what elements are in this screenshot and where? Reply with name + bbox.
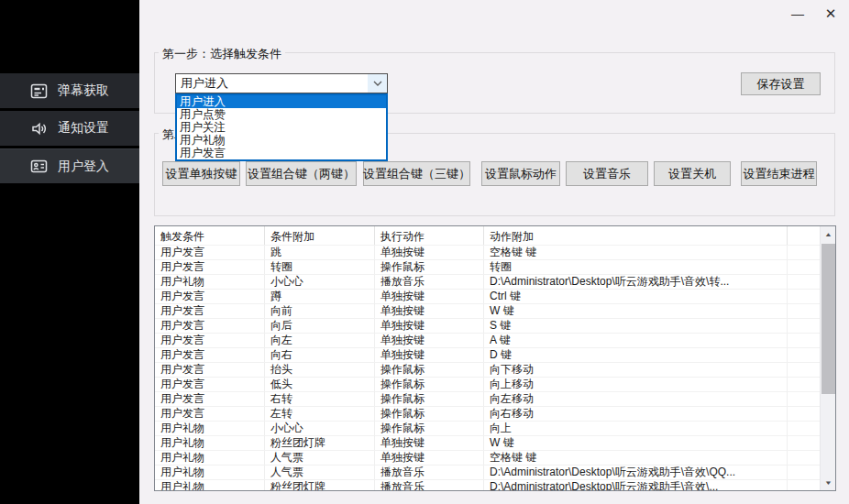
chevron-down-icon xyxy=(373,81,382,86)
cell-trigger: 用户发言 xyxy=(155,348,265,362)
cell-extra: 向左移动 xyxy=(484,392,788,406)
cell-empty xyxy=(788,275,820,289)
cell-empty xyxy=(788,319,820,333)
scroll-up-button[interactable]: ▲ xyxy=(821,226,836,242)
table-header: 触发条件 条件附加 执行动作 动作附加 xyxy=(155,226,820,245)
table-row[interactable]: 用户礼物 人气票 单独按键 空格键 键 xyxy=(155,450,820,465)
cell-empty xyxy=(788,436,820,450)
sidebar-item-danmaku[interactable]: 弹幕获取 xyxy=(0,73,139,108)
cell-trigger: 用户礼物 xyxy=(155,451,265,465)
table-row[interactable]: 用户发言 左转 操作鼠标 向右移动 xyxy=(155,406,820,421)
cell-condition: 小心心 xyxy=(265,275,375,289)
table-row[interactable]: 用户发言 抬头 操作鼠标 向下移动 xyxy=(155,362,820,377)
cell-extra: W 键 xyxy=(484,304,788,318)
cell-condition: 人气票 xyxy=(265,466,375,479)
save-settings-button[interactable]: 保存设置 xyxy=(741,72,821,95)
sidebar-item-notify[interactable]: 通知设置 xyxy=(0,111,139,146)
table-row[interactable]: 用户礼物 粉丝团灯牌 单独按键 W 键 xyxy=(155,435,820,450)
cell-trigger: 用户发言 xyxy=(155,304,265,318)
cell-trigger: 用户发言 xyxy=(155,363,265,377)
table-row[interactable]: 用户发言 右转 操作鼠标 向左移动 xyxy=(155,391,820,406)
column-header-empty xyxy=(788,226,820,245)
scroll-thumb[interactable] xyxy=(821,244,835,394)
table-row[interactable]: 用户礼物 小心心 播放音乐 D:\Administrator\Desktop\听… xyxy=(155,274,820,289)
cell-condition: 向前 xyxy=(265,304,375,318)
cell-trigger: 用户发言 xyxy=(155,378,265,391)
cell-trigger: 用户发言 xyxy=(155,290,265,303)
cell-action: 单独按键 xyxy=(375,290,484,303)
set-music-button[interactable]: 设置音乐 xyxy=(566,161,648,186)
table-row[interactable]: 用户礼物 粉丝团灯牌 播放音乐 D:\Administrator\Desktop… xyxy=(155,479,820,490)
table-row[interactable]: 用户礼物 人气票 播放音乐 D:\Administrator\Desktop\听… xyxy=(155,465,820,479)
table-row[interactable]: 用户发言 向左 单独按键 A 键 xyxy=(155,333,820,347)
cell-empty xyxy=(788,451,820,465)
table-row[interactable]: 用户发言 转圈 操作鼠标 转圈 xyxy=(155,259,820,274)
table-row[interactable]: 用户发言 低头 操作鼠标 向上移动 xyxy=(155,377,820,391)
dropdown-option[interactable]: 用户礼物 xyxy=(177,134,386,147)
cell-extra: 向上 xyxy=(484,422,788,435)
set-shutdown-button[interactable]: 设置关机 xyxy=(654,161,731,186)
cell-action: 单独按键 xyxy=(375,348,484,362)
danmaku-icon xyxy=(29,82,48,100)
close-button[interactable]: ✕ xyxy=(818,2,843,26)
dropdown-option[interactable]: 用户点赞 xyxy=(177,108,386,121)
table-row[interactable]: 用户礼物 小心心 操作鼠标 向上 xyxy=(155,421,820,435)
cell-action: 操作鼠标 xyxy=(375,422,484,435)
minimize-button[interactable]: — xyxy=(785,2,810,26)
cell-empty xyxy=(788,480,820,490)
table-scrollbar[interactable]: ▲ ▼ xyxy=(820,226,835,490)
set-mouse-action-button[interactable]: 设置鼠标动作 xyxy=(481,161,560,186)
table-body: 用户发言 跳 单独按键 空格键 键 用户发言 转圈 操作鼠标 转圈 用户礼物 xyxy=(155,245,820,490)
cell-condition: 小心心 xyxy=(265,422,375,435)
cell-condition: 粉丝团灯牌 xyxy=(265,480,375,490)
set-single-key-button[interactable]: 设置单独按键 xyxy=(162,161,240,186)
cell-extra: D 键 xyxy=(484,348,788,362)
cell-extra: 空格键 键 xyxy=(484,451,788,465)
cell-extra: S 键 xyxy=(484,319,788,333)
cell-empty xyxy=(788,304,820,318)
cell-trigger: 用户发言 xyxy=(155,392,265,406)
table-row[interactable]: 用户发言 蹲 单独按键 Ctrl 键 xyxy=(155,289,820,303)
set-kill-process-button[interactable]: 设置结束进程 xyxy=(741,161,817,186)
cell-condition: 蹲 xyxy=(265,290,375,303)
trigger-combobox[interactable]: 用户进入 xyxy=(175,73,388,93)
dropdown-option[interactable]: 用户发言 xyxy=(177,147,386,159)
dropdown-option[interactable]: 用户进入 xyxy=(177,95,386,108)
cell-empty xyxy=(788,348,820,362)
cell-trigger: 用户发言 xyxy=(155,407,265,421)
dropdown-option[interactable]: 用户关注 xyxy=(177,121,386,134)
id-card-icon xyxy=(29,158,48,176)
cell-trigger: 用户礼物 xyxy=(155,275,265,289)
cell-extra: 向右移动 xyxy=(484,407,788,421)
column-header-condition[interactable]: 条件附加 xyxy=(265,226,375,245)
set-combo2-key-button[interactable]: 设置组合键（两键） xyxy=(246,161,357,186)
step1-label: 第一步：选择触发条件 xyxy=(159,46,285,62)
cell-empty xyxy=(788,378,820,391)
scroll-down-button[interactable]: ▼ xyxy=(821,475,836,490)
column-header-trigger[interactable]: 触发条件 xyxy=(155,226,265,245)
cell-trigger: 用户礼物 xyxy=(155,422,265,435)
cell-condition: 跳 xyxy=(265,246,375,259)
sidebar-item-login[interactable]: 用户登入 xyxy=(0,148,139,183)
sidebar: 弹幕获取 通知设置 用户登入 xyxy=(0,0,139,504)
cell-empty xyxy=(788,334,820,347)
table-row[interactable]: 用户发言 跳 单独按键 空格键 键 xyxy=(155,245,820,259)
column-header-extra[interactable]: 动作附加 xyxy=(484,226,788,245)
combobox-dropdown-button[interactable] xyxy=(368,74,387,93)
sidebar-item-label: 用户登入 xyxy=(58,159,109,175)
cell-action: 单独按键 xyxy=(375,246,484,259)
set-combo3-key-button[interactable]: 设置组合键（三键） xyxy=(363,161,470,186)
cell-condition: 低头 xyxy=(265,378,375,391)
cell-trigger: 用户发言 xyxy=(155,260,265,274)
cell-condition: 向右 xyxy=(265,348,375,362)
table-row[interactable]: 用户发言 向右 单独按键 D 键 xyxy=(155,347,820,362)
cell-extra: A 键 xyxy=(484,334,788,347)
cell-empty xyxy=(788,407,820,421)
column-header-action[interactable]: 执行动作 xyxy=(375,226,484,245)
trigger-dropdown-list: 用户进入 用户点赞 用户关注 用户礼物 用户发言 xyxy=(175,93,388,161)
cell-action: 操作鼠标 xyxy=(375,392,484,406)
table-row[interactable]: 用户发言 向后 单独按键 S 键 xyxy=(155,318,820,333)
cell-empty xyxy=(788,363,820,377)
close-icon: ✕ xyxy=(825,5,837,22)
table-row[interactable]: 用户发言 向前 单独按键 W 键 xyxy=(155,303,820,318)
